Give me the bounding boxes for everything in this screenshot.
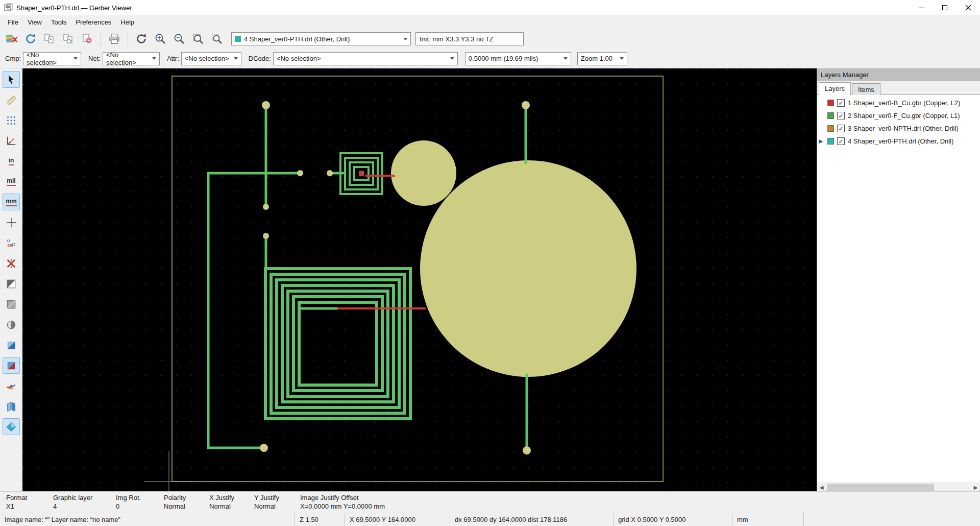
layer-visibility-checkbox[interactable]	[837, 99, 845, 107]
scroll-right-icon[interactable]: ▶	[971, 483, 980, 491]
info-units: mm	[732, 513, 803, 526]
layer-row-selected[interactable]: ▶ 4 Shaper_ver0-PTH.drl (Other, Drill)	[817, 135, 980, 148]
grid-value: 0.5000 mm (19.69 mils)	[469, 55, 538, 62]
close-button[interactable]	[957, 0, 980, 15]
component-value: <No selection>	[27, 51, 70, 66]
units-inches-button[interactable]: in	[3, 153, 20, 170]
lines-sketch-mode-button[interactable]	[3, 275, 20, 292]
attr-label: Attr:	[167, 55, 179, 62]
net-origin-pad	[359, 171, 364, 176]
window-title: Shaper_ver0-PTH.drl — Gerber Viewer	[16, 4, 132, 12]
high-contrast-mode-button[interactable]	[3, 357, 20, 374]
layer-row[interactable]: ▶ 1 Shaper_ver0-B_Cu.gbr (Copper, L2)	[817, 97, 980, 109]
scroll-left-icon[interactable]: ◀	[817, 483, 826, 491]
status-value: Normal	[254, 503, 300, 510]
open-drill-icon	[62, 33, 75, 45]
flashed-sketch-mode-button[interactable]	[3, 255, 20, 272]
status-img-rot: Img Rot. 0	[116, 494, 164, 510]
component-select[interactable]: <No selection>	[23, 52, 81, 65]
print-icon	[108, 33, 120, 45]
info-image-name: Image name: “” Layer name: “no name”	[0, 513, 295, 526]
layers-manager-title: Layers Manager	[821, 71, 869, 79]
open-zip-file-button[interactable]	[79, 31, 96, 47]
layer-color-swatch[interactable]	[827, 125, 834, 132]
select-arrow-button[interactable]	[3, 71, 20, 88]
tab-items[interactable]: Items	[852, 83, 880, 95]
gerber-drawing	[22, 68, 817, 491]
net-select[interactable]: <No selection>	[103, 52, 160, 65]
maximize-button[interactable]	[933, 0, 957, 15]
xor-mode-button[interactable]	[3, 337, 20, 353]
menu-view[interactable]: View	[23, 16, 46, 28]
zoom-to-selection-button[interactable]	[208, 31, 226, 47]
active-layer-select[interactable]: 4 Shaper_ver0-PTH.drl (Other, Drill)	[231, 32, 411, 45]
format-info-field[interactable]: fmt: mm X3.3 Y3.3 no TZ	[415, 32, 524, 45]
dcode-value: <No selection>	[277, 55, 321, 62]
layer-row[interactable]: ▶ 2 Shaper_ver0-F_Cu.gbr (Copper, L1)	[817, 109, 980, 122]
units-mm-button[interactable]: mm	[3, 194, 20, 210]
layer-row[interactable]: ▶ 3 Shaper_ver0-NPTH.drl (Other, Drill)	[817, 122, 980, 135]
layer-visibility-checkbox[interactable]	[837, 125, 845, 132]
minimize-button[interactable]	[910, 0, 933, 15]
menu-preferences[interactable]: Preferences	[71, 16, 116, 28]
dcode-select[interactable]: <No selection>	[273, 52, 458, 65]
layer-label: 4 Shaper_ver0-PTH.drl (Other, Drill)	[848, 137, 953, 145]
open-zip-icon	[81, 33, 93, 45]
menu-tools[interactable]: Tools	[46, 16, 71, 28]
zoom-out-button[interactable]	[170, 31, 188, 47]
refresh-view-button[interactable]	[133, 31, 150, 47]
zoom-value: Zoom 1.00	[581, 55, 612, 62]
print-button[interactable]	[106, 31, 123, 47]
zoom-select[interactable]: Zoom 1.00	[577, 52, 627, 65]
diff-mode-button[interactable]	[3, 377, 20, 394]
layers-manager-header: Layers Manager	[817, 68, 980, 81]
crosshair-cursor-button[interactable]	[3, 214, 20, 231]
open-gerber-file-button[interactable]	[41, 31, 58, 47]
zoom-fit-button[interactable]	[189, 31, 207, 47]
image-name-text: Image name: “” Layer name: “no name”	[5, 516, 120, 523]
layer-visibility-checkbox[interactable]	[837, 137, 845, 145]
layer-color-swatch[interactable]	[827, 138, 834, 145]
scrollbar-track[interactable]	[826, 483, 971, 491]
units-mils-button[interactable]: mil	[3, 173, 20, 190]
measure-tool-button[interactable]	[3, 91, 20, 108]
status-x-justify: X Justify Normal	[209, 494, 254, 510]
layers-manager-toggle-button[interactable]	[3, 418, 20, 435]
grid-text: grid X 0.5000 Y 0.5000	[618, 516, 686, 523]
status-y-justify: Y Justify Normal	[254, 494, 300, 510]
tab-layers[interactable]: Layers	[819, 82, 851, 95]
polar-coords-button[interactable]	[3, 132, 20, 149]
layers-manager-tabs: Layers Items	[817, 81, 980, 95]
show-dcodes-button[interactable]: 000	[3, 234, 20, 251]
layer-color-swatch[interactable]	[827, 100, 834, 106]
status-format: Format X1	[6, 494, 53, 510]
chevron-down-icon	[403, 38, 407, 40]
open-drill-file-button[interactable]	[60, 31, 77, 47]
zoom-in-icon	[154, 33, 166, 45]
grid-toggle-button[interactable]	[3, 112, 20, 129]
layers-panel-scrollbar[interactable]: ◀ ▶	[817, 483, 980, 491]
drill-pad-small	[391, 140, 456, 206]
status-polarity: Polarity Normal	[164, 494, 209, 510]
reload-all-layers-button[interactable]	[22, 31, 39, 47]
chevron-down-icon	[620, 57, 624, 60]
layer-visibility-checkbox[interactable]	[837, 112, 845, 119]
menu-help[interactable]: Help	[116, 16, 139, 28]
clear-all-layers-button[interactable]	[3, 31, 20, 47]
units-text: mm	[737, 516, 748, 523]
toolbar-separator	[128, 32, 128, 45]
negative-objects-button[interactable]	[3, 316, 20, 333]
grid-select[interactable]: 0.5000 mm (19.69 mils)	[465, 52, 571, 65]
scrollbar-thumb[interactable]	[827, 484, 934, 491]
units-mils-label: mil	[7, 177, 15, 186]
zoom-in-button[interactable]	[152, 31, 169, 47]
status-label: Y Justify	[254, 494, 300, 501]
flip-view-button[interactable]	[3, 398, 20, 415]
polygons-sketch-mode-button[interactable]	[3, 296, 20, 313]
attribute-select[interactable]: <No selection>	[181, 52, 241, 65]
menu-file[interactable]: File	[3, 16, 23, 28]
zoom-text: Z 1.50	[300, 516, 318, 523]
layer-color-swatch[interactable]	[827, 112, 834, 119]
gerber-canvas[interactable]	[22, 68, 817, 491]
status-value: Normal	[209, 503, 254, 510]
